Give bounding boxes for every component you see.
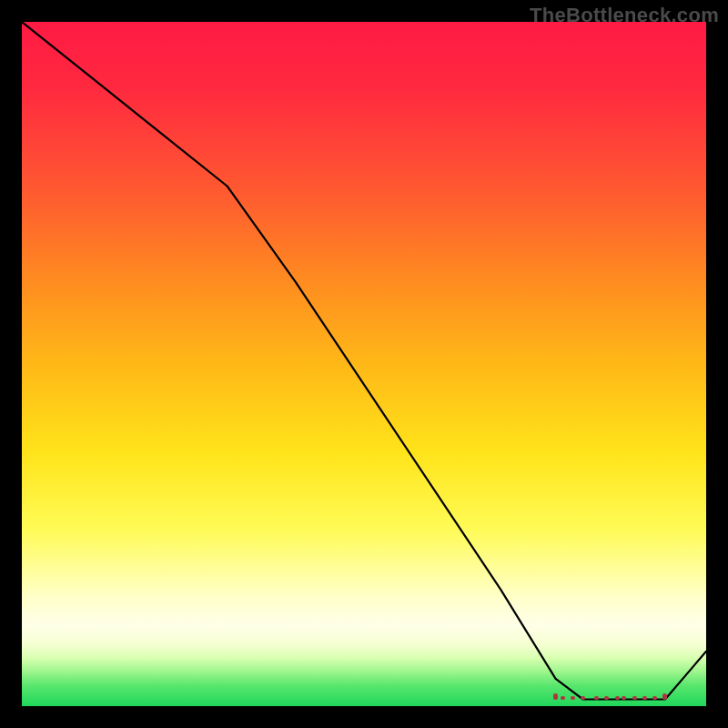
line-curve xyxy=(22,22,706,706)
watermark-text: TheBottleneck.com xyxy=(530,4,719,27)
chart-frame: TheBottleneck.com xyxy=(0,0,728,728)
plot-area xyxy=(22,22,706,706)
curve-path xyxy=(22,22,706,700)
